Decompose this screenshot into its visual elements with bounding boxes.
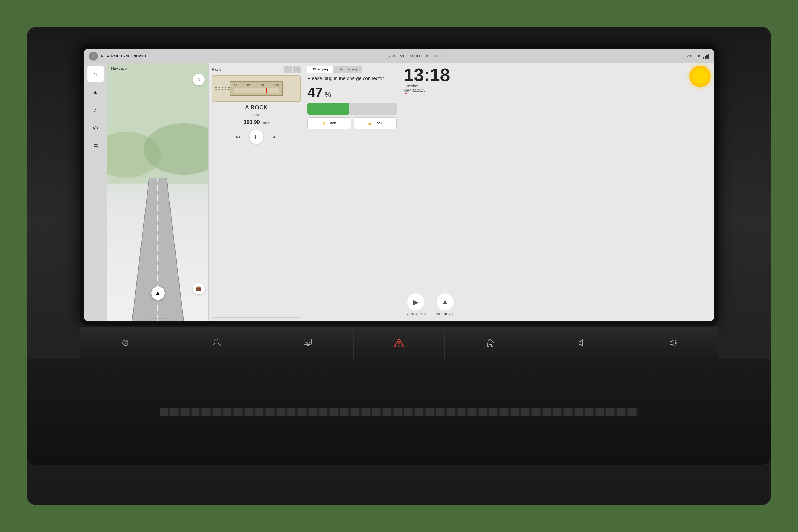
radio-nav-buttons: ‹ › — [284, 66, 301, 73]
svg-line-10 — [214, 340, 214, 341]
charging-tabs: Charging Discharging — [307, 66, 397, 73]
lock-icon: 🔒 — [367, 121, 372, 125]
signal-bar-2 — [705, 56, 706, 58]
svg-text:OFF: OFF — [124, 343, 127, 344]
phys-btn-auto-off[interactable]: GO OFF — [80, 327, 171, 359]
nav-home-button[interactable]: ⌂ — [193, 74, 205, 86]
radio-station-name: A ROCK — [212, 104, 301, 111]
radio-prev-btn[interactable]: ‹ — [284, 66, 292, 73]
status-bar-left: ♪ ▶ A ROCK - 103.90MHz — [89, 52, 147, 61]
road-svg — [108, 63, 208, 321]
nav-scroll-indicator — [150, 318, 166, 319]
lock-charge-button[interactable]: 🔒 Lock — [354, 117, 397, 129]
svg-marker-19 — [487, 339, 494, 347]
percent-symbol: % — [324, 91, 331, 99]
apple-carplay-label: Apple CarPlay — [406, 312, 426, 316]
rear-wiper-icon — [303, 338, 312, 348]
phys-btn-volume-down[interactable] — [536, 327, 627, 359]
tab-charging[interactable]: Charging — [307, 66, 333, 73]
radio-next-track[interactable]: ⏭ — [270, 132, 279, 142]
lock-label: Lock — [374, 121, 382, 125]
start-icon: ⚡ — [322, 121, 326, 125]
svg-line-11 — [215, 339, 216, 340]
start-label: Start — [328, 121, 337, 125]
svg-rect-15 — [307, 344, 309, 345]
apple-carplay-icon: ▶ — [407, 293, 424, 310]
apps-grid: ▶ Apple CarPlay ▲ Android Auto — [404, 293, 711, 318]
physical-buttons-row: GO OFF — [80, 327, 718, 359]
temperature-ac-item: 23°C A/C — [389, 54, 405, 58]
radio-freq-unit: MHz — [263, 121, 269, 125]
vent-strip — [159, 408, 639, 416]
apple-carplay-button[interactable]: ▶ Apple CarPlay — [404, 293, 428, 316]
location-icon: 📍 — [404, 92, 450, 97]
nav-work-button[interactable]: 💼 — [193, 283, 205, 294]
clock-left: 13:18 Tuesday May 02,2023 📍 — [404, 66, 450, 97]
svg-marker-20 — [579, 340, 583, 346]
bluetooth-icon: ✱ — [698, 54, 701, 58]
car-icon: ▲ — [151, 286, 165, 300]
dashboard: ♪ ▶ A ROCK - 103.90MHz 23°C A/C ⚙ OFF ✆ — [26, 26, 772, 506]
svg-point-18 — [399, 345, 400, 346]
nav-map: ⌂ 💼 ▲ — [108, 63, 208, 321]
battery-bar-container — [307, 103, 397, 115]
radio-prev-track[interactable]: ⏮ — [233, 132, 243, 142]
frequency-needle — [266, 88, 267, 93]
right-temp: 23°C — [687, 54, 695, 58]
play-indicator: ▶ — [101, 54, 104, 58]
radio-status-icon: ♪ — [89, 52, 98, 61]
radio-next-btn[interactable]: › — [293, 66, 301, 73]
charging-message: Please plug in the charge connector — [307, 76, 397, 82]
status-bar: ♪ ▶ A ROCK - 103.90MHz 23°C A/C ⚙ OFF ✆ — [83, 49, 715, 63]
start-charge-button[interactable]: ⚡ Start — [307, 117, 351, 129]
navigation-panel[interactable]: Navigation — [108, 63, 209, 321]
charging-buttons: ⚡ Start 🔒 Lock — [307, 117, 397, 129]
conn-icon: ⊟ — [434, 54, 437, 58]
weather-sun — [689, 66, 711, 87]
ac-off-label: OFF — [414, 54, 421, 58]
signal-bar-1 — [703, 57, 704, 58]
status-bar-center: 23°C A/C ⚙ OFF ✆ ⊟ ✤ — [151, 54, 683, 58]
sidebar-item-vehicle[interactable]: ⊟ — [87, 138, 104, 155]
phys-btn-home[interactable] — [445, 327, 536, 359]
status-bar-right: 23°C ✱ — [687, 54, 709, 58]
battery-bar-fill — [307, 103, 349, 115]
phys-btn-volume-up[interactable] — [627, 327, 718, 359]
fan-icon: ⚙ — [410, 54, 413, 58]
sidebar-item-home[interactable]: ⌂ — [87, 66, 104, 82]
svg-text:GO: GO — [124, 341, 127, 342]
radio-header: Radio ‹ › — [212, 66, 301, 73]
sidebar: ⌂ ▲ ♪ ✆ ⊟ — [83, 63, 108, 321]
phys-btn-wiper-spray[interactable] — [171, 327, 262, 359]
dashboard-lower — [26, 359, 772, 465]
nav-label: Navigation — [111, 66, 129, 71]
svg-marker-22 — [670, 340, 674, 346]
android-auto-label: Android Auto — [436, 312, 454, 316]
volume-up-icon — [668, 338, 678, 348]
wiper-spray-icon — [212, 338, 221, 348]
radio-play-pause[interactable]: ⏸ — [249, 130, 263, 144]
tab-discharging[interactable]: Discharging — [333, 66, 362, 73]
settings-icon: ✤ — [441, 54, 444, 58]
clock-panel: 13:18 Tuesday May 02,2023 📍 ▶ Apple CarP… — [400, 63, 715, 321]
phys-btn-hazard[interactable] — [354, 327, 445, 359]
sidebar-item-navigation[interactable]: ▲ — [87, 84, 104, 100]
radio-panel: Radio ‹ › — [209, 63, 304, 321]
sidebar-item-music[interactable]: ♪ — [87, 102, 104, 118]
percent-value: 47 — [307, 84, 323, 100]
clock-top: 13:18 Tuesday May 02,2023 📍 — [404, 66, 711, 97]
ac-label: A/C — [400, 54, 405, 58]
screen: ♪ ▶ A ROCK - 103.90MHz 23°C A/C ⚙ OFF ✆ — [83, 49, 715, 321]
clock-full-date: May 02,2023 — [404, 88, 450, 92]
android-auto-button[interactable]: ▲ Android Auto — [433, 293, 457, 316]
clock-time: 13:18 — [404, 66, 450, 84]
main-content: ⌂ ▲ ♪ ✆ ⊟ Navigation — [83, 63, 715, 321]
android-auto-icon: ▲ — [437, 293, 454, 310]
auto-off-icon: GO OFF — [120, 338, 130, 348]
charging-percent-display: 47 % — [307, 84, 397, 100]
temp-value: 23°C — [389, 54, 397, 58]
sidebar-item-phone[interactable]: ✆ — [87, 120, 104, 136]
radio-type: FM — [212, 113, 301, 117]
phys-btn-rear-wiper[interactable] — [262, 327, 354, 359]
fan-status-item: ⚙ OFF — [410, 54, 421, 58]
